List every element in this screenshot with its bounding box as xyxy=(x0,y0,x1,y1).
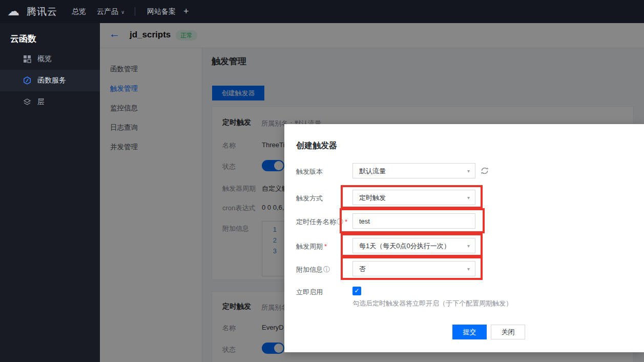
modal-title: 创建触发器 xyxy=(296,140,337,151)
chevron-down-icon: ▾ xyxy=(467,266,470,272)
close-button[interactable]: 关闭 xyxy=(491,325,525,339)
tencent-cloud-logo-icon: ☁ xyxy=(7,4,19,19)
grid-icon xyxy=(23,55,31,63)
required-asterisk: * xyxy=(345,218,347,226)
trigger-type-select[interactable]: 定时触发 ▾ xyxy=(352,190,475,205)
sidebar-item-label: 函数服务 xyxy=(37,76,66,85)
nav-item-cloud-products[interactable]: 云产品 xyxy=(97,0,118,23)
task-name-input[interactable] xyxy=(352,213,475,229)
extra-info-select[interactable]: 否 ▾ xyxy=(352,261,475,276)
required-asterisk: * xyxy=(324,243,327,250)
info-icon: ⓘ xyxy=(323,266,330,273)
submit-button[interactable]: 提交 xyxy=(452,325,487,339)
chevron-down-icon: ▾ xyxy=(467,168,470,174)
create-trigger-modal: 创建触发器 触发版本 默认流量 ▾ 触发方式 定时触发 ▾ 定时任务名称ⓘ* 触… xyxy=(284,124,644,352)
enable-now-hint: 勾选后定时触发器将立即开启（于下个配置周期触发） xyxy=(352,299,512,308)
chevron-down-icon: ▾ xyxy=(467,243,470,249)
nav-divider xyxy=(135,7,135,16)
nav-item-website-record[interactable]: 网站备案 xyxy=(147,0,176,23)
sidebar-item-label: 概览 xyxy=(37,54,52,64)
refresh-icon[interactable] xyxy=(480,166,490,176)
enable-now-checkbox[interactable]: ✓ xyxy=(352,287,361,295)
trigger-cycle-select[interactable]: 每1天（每天0点0分执行一次） ▾ xyxy=(352,238,475,253)
sidebar-item-label: 层 xyxy=(37,97,45,107)
sidebar-item-layers[interactable]: 层 xyxy=(0,91,100,113)
label-extra-info: 附加信息ⓘ xyxy=(296,265,330,274)
trigger-version-select[interactable]: 默认流量 ▾ xyxy=(352,163,475,178)
nav-item-overview[interactable]: 总览 xyxy=(72,0,86,23)
nav-add-tab-button[interactable]: + xyxy=(183,0,189,23)
label-task-name: 定时任务名称ⓘ* xyxy=(296,217,347,227)
selected-value: 定时触发 xyxy=(359,193,386,203)
brand-name: 腾讯云 xyxy=(27,5,57,18)
sidebar-item-overview[interactable]: 概览 xyxy=(0,48,100,70)
selected-value: 每1天（每天0点0分执行一次） xyxy=(359,242,450,251)
label-trigger-cycle: 触发周期* xyxy=(296,242,327,251)
layers-icon xyxy=(23,98,31,106)
selected-value: 否 xyxy=(359,265,366,274)
label-enable-now: 立即启用 xyxy=(296,288,323,297)
chevron-down-icon: ▾ xyxy=(467,195,470,200)
label-trigger-version: 触发版本 xyxy=(296,167,323,176)
chevron-down-icon: ∨ xyxy=(121,1,124,24)
info-icon: ⓘ xyxy=(337,218,343,226)
sidebar-title: 云函数 xyxy=(0,23,100,48)
label-trigger-type: 触发方式 xyxy=(296,194,323,203)
top-navbar: ☁ 腾讯云 总览 云产品 ∨ 网站备案 + xyxy=(0,0,644,23)
checkmark-icon: ✓ xyxy=(354,287,359,294)
sidebar-item-function-service[interactable]: 函数服务 xyxy=(0,70,100,91)
function-hexagon-icon xyxy=(23,76,31,85)
left-sidebar: 云函数 概览 函数服务 层 xyxy=(0,23,100,362)
selected-value: 默认流量 xyxy=(359,167,386,176)
